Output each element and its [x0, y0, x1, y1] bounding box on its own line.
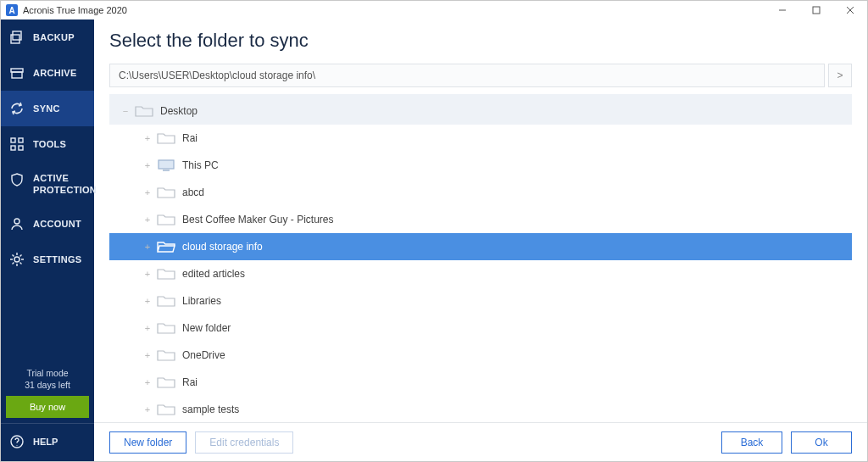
pc-icon: [157, 159, 175, 172]
tree-row[interactable]: +cloud storage info: [109, 233, 852, 260]
sidebar-item-archive[interactable]: ARCHIVE: [1, 55, 94, 91]
tree-label: Libraries: [182, 295, 221, 307]
tree-row[interactable]: +abcd: [109, 179, 852, 206]
help-label: HELP: [33, 437, 58, 447]
archive-icon: [9, 65, 25, 81]
folder-icon: [135, 104, 153, 118]
buy-now-button[interactable]: Buy now: [6, 396, 89, 418]
sidebar-item-backup[interactable]: BACKUP: [1, 19, 94, 55]
folder-icon: [157, 321, 175, 335]
svg-rect-11: [19, 146, 23, 150]
folder-icon: [157, 186, 175, 199]
tree-label: Desktop: [160, 105, 198, 117]
bottom-bar: New folder Edit credentials Back Ok: [94, 422, 867, 461]
sidebar: BACKUP ARCHIVE SYNC TOOLS ACTIVEPROTECTI…: [1, 19, 94, 461]
backup-icon: [9, 30, 25, 45]
path-input[interactable]: [109, 64, 825, 87]
sidebar-item-active-protection[interactable]: ACTIVEPROTECTION: [1, 162, 94, 206]
svg-point-13: [14, 257, 19, 262]
expand-icon[interactable]: +: [143, 377, 152, 387]
tree-row[interactable]: +sample tests: [109, 396, 852, 422]
app-icon: A: [6, 4, 18, 16]
tree-label: Rai: [182, 376, 198, 388]
tree-row[interactable]: +This PC: [109, 152, 852, 179]
folder-icon: [157, 376, 175, 389]
tree-row-root[interactable]: − Desktop: [109, 97, 852, 125]
help-icon: [9, 434, 25, 449]
folder-icon: [157, 131, 175, 145]
account-icon: [9, 216, 25, 231]
sidebar-item-settings[interactable]: SETTINGS: [1, 242, 94, 277]
svg-rect-1: [813, 7, 820, 14]
main-panel: Select the folder to sync > − Desktop: [94, 19, 867, 461]
window-maximize-button[interactable]: [799, 1, 833, 19]
expand-icon[interactable]: +: [143, 323, 152, 333]
tree-row[interactable]: +Libraries: [109, 287, 852, 314]
window-minimize-button[interactable]: [765, 1, 799, 19]
folder-icon: [157, 348, 175, 362]
new-folder-button[interactable]: New folder: [109, 431, 186, 454]
sidebar-item-tools[interactable]: TOOLS: [1, 126, 94, 162]
sidebar-item-sync[interactable]: SYNC: [1, 91, 94, 126]
trial-days-left: 31 days left: [4, 379, 91, 391]
trial-info: Trial mode 31 days left: [1, 364, 94, 396]
tree-row[interactable]: +OneDrive: [109, 342, 852, 369]
tree-label: New folder: [182, 322, 231, 334]
sidebar-item-help[interactable]: HELP: [1, 423, 94, 461]
trial-mode-label: Trial mode: [4, 367, 91, 379]
expand-icon[interactable]: +: [143, 350, 152, 360]
collapse-icon[interactable]: −: [121, 106, 130, 116]
expand-icon[interactable]: +: [143, 160, 152, 170]
sidebar-label: SETTINGS: [33, 254, 81, 264]
expand-icon[interactable]: +: [143, 296, 152, 306]
folder-icon: [157, 403, 175, 416]
titlebar: A Acronis True Image 2020: [1, 1, 867, 19]
svg-rect-7: [12, 72, 22, 78]
folder-icon: [157, 213, 175, 226]
svg-rect-15: [159, 160, 174, 169]
tools-icon: [9, 136, 25, 152]
expand-icon[interactable]: +: [143, 269, 152, 279]
expand-icon[interactable]: +: [143, 214, 152, 225]
tree-label: Rai: [182, 132, 198, 144]
sidebar-label: TOOLS: [33, 139, 66, 149]
edit-credentials-button: Edit credentials: [195, 431, 293, 454]
svg-rect-10: [11, 146, 15, 150]
sidebar-label: BACKUP: [33, 32, 75, 42]
sidebar-item-account[interactable]: ACCOUNT: [1, 206, 94, 242]
expand-icon[interactable]: +: [143, 187, 152, 198]
tree-label: Best Coffee Maker Guy - Pictures: [182, 214, 334, 225]
expand-icon[interactable]: +: [143, 242, 152, 252]
tree-row[interactable]: +New folder: [109, 314, 852, 342]
back-button[interactable]: Back: [721, 431, 782, 454]
sidebar-label: ACCOUNT: [33, 219, 81, 229]
svg-rect-9: [19, 138, 23, 142]
tree-label: This PC: [182, 159, 219, 171]
ok-button[interactable]: Ok: [791, 431, 852, 454]
tree-row[interactable]: +Rai: [109, 125, 852, 152]
expand-icon[interactable]: +: [143, 133, 152, 143]
tree-label: edited articles: [182, 268, 245, 280]
window-close-button[interactable]: [833, 1, 867, 19]
tree-row[interactable]: +Best Coffee Maker Guy - Pictures: [109, 206, 852, 233]
tree-label: OneDrive: [182, 349, 225, 361]
folder-icon: [157, 267, 175, 281]
path-go-button[interactable]: >: [828, 64, 852, 87]
app-title: Acronis True Image 2020: [23, 5, 127, 15]
sidebar-label: ARCHIVE: [33, 68, 77, 78]
svg-rect-8: [11, 138, 15, 142]
folder-open-icon: [157, 240, 175, 253]
folder-icon: [157, 294, 175, 308]
tree-row[interactable]: +edited articles: [109, 260, 852, 287]
sidebar-label-line1: ACTIVE: [33, 173, 69, 183]
gear-icon: [9, 252, 25, 267]
svg-point-12: [14, 219, 19, 224]
folder-tree[interactable]: − Desktop +Rai+This PC+abcd+Best Coffee …: [109, 94, 852, 422]
tree-label: cloud storage info: [182, 241, 263, 253]
tree-label: abcd: [182, 186, 204, 198]
tree-label: sample tests: [182, 404, 239, 415]
tree-row[interactable]: +Rai: [109, 369, 852, 396]
sidebar-label: SYNC: [33, 103, 60, 114]
app-window: A Acronis True Image 2020 BACKUP ARCHIVE…: [0, 0, 868, 462]
expand-icon[interactable]: +: [143, 404, 152, 415]
